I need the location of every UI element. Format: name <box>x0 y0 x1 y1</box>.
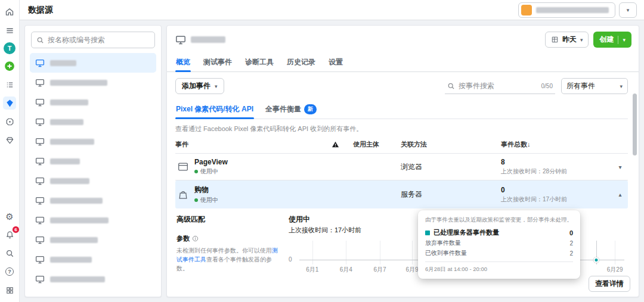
tooltip-note: 由于事件去重以及近期政策和监管变更，部分事件未处理。 <box>425 216 573 224</box>
datasource-item[interactable] <box>30 73 156 92</box>
info-icon[interactable] <box>192 235 199 242</box>
scrollbar-thumb[interactable] <box>633 94 637 155</box>
account-dropdown-button[interactable]: ▾ <box>619 2 637 18</box>
tooltip-footer: 6月28日 at 14:00 - 20:00 <box>425 261 573 273</box>
page-title: 数据源 <box>28 5 53 15</box>
topbar: 数据源 ▾ <box>20 0 644 20</box>
x-tick-label: 6月29 <box>607 266 623 274</box>
warning-icon <box>332 141 339 148</box>
datasource-item[interactable] <box>30 151 156 171</box>
monitor-icon <box>35 79 45 87</box>
active-dot-icon <box>194 198 198 202</box>
event-filter-select[interactable]: 所有事件 ▾ <box>561 78 628 94</box>
search-icon[interactable] <box>3 247 16 260</box>
create-plus-icon[interactable] <box>3 60 16 73</box>
settings-gear-icon[interactable]: ⚙ <box>3 210 16 223</box>
gem-icon[interactable] <box>3 133 16 147</box>
tab-history[interactable]: 历史记录 <box>286 52 316 71</box>
search-icon-glyph <box>5 249 14 258</box>
last-received: 上次接收时间：28分钟前 <box>501 167 612 176</box>
subtab-all-events[interactable]: 全事件衡量 新 <box>265 100 317 119</box>
new-badge: 新 <box>304 104 317 114</box>
tab-diagnostics[interactable]: 诊断工具 <box>244 52 274 71</box>
toolbar-right: 0/50 所有事件 ▾ <box>445 78 628 94</box>
event-search-input[interactable] <box>459 82 538 90</box>
create-button[interactable]: 创建 ▾ <box>593 32 631 48</box>
event-status-label: 使用中 <box>200 196 218 204</box>
tab-test-events[interactable]: 测试事件 <box>203 52 233 71</box>
params-note: 未检测到任何事件参数。你可以使用测试事件工具查看各个事件触发器的参数。 <box>177 246 281 273</box>
monitor-icon <box>35 236 45 244</box>
subtab-pixel-label: Pixel 像素代码/转化 API <box>176 104 253 114</box>
datasource-item[interactable] <box>30 250 156 269</box>
date-range-selector[interactable]: 昨天 ▾ <box>545 32 589 48</box>
datasource-item[interactable] <box>30 92 156 112</box>
notifications-bell-icon[interactable]: 6 <box>3 228 16 241</box>
datasource-item[interactable] <box>30 171 156 191</box>
datasource-item[interactable] <box>30 112 156 132</box>
advanced-matching-title: 高级匹配 <box>177 214 281 225</box>
datasource-item[interactable] <box>30 53 156 73</box>
event-name: PageView <box>194 158 228 166</box>
vertical-scrollbar[interactable] <box>633 94 637 289</box>
gear-glyph: ⚙ <box>5 212 13 221</box>
apps-grid-icon[interactable] <box>3 284 16 297</box>
col-entity[interactable]: 使用主体 <box>353 140 401 149</box>
menu-icon-glyph <box>5 26 14 35</box>
datasource-item[interactable] <box>30 269 156 289</box>
account-icon <box>521 5 532 15</box>
events-manager-icon-glyph <box>5 99 14 108</box>
datasource-search-input[interactable] <box>48 36 150 44</box>
expand-chevron-down-icon[interactable]: ▾ <box>612 164 628 170</box>
home-icon-glyph <box>5 7 14 17</box>
tooltip-row-value: 2 <box>569 250 573 257</box>
add-event-label: 添加事件 <box>182 81 210 91</box>
tasks-list-icon[interactable] <box>3 78 16 91</box>
main-panel: 昨天 ▾ 创建 ▾ 概览 测试事件 诊断工具 历史记录 设置 <box>166 25 639 297</box>
help-icon[interactable]: ? <box>3 265 16 278</box>
datasource-item[interactable] <box>30 210 156 230</box>
col-event[interactable]: 事件 <box>175 140 332 149</box>
datasource-item[interactable] <box>30 230 156 250</box>
events-manager-icon[interactable] <box>3 96 16 110</box>
account-selector[interactable] <box>518 2 615 18</box>
col-method[interactable]: 关联方法 <box>401 140 501 149</box>
data-point-marker[interactable] <box>593 257 599 263</box>
monitor-icon <box>175 35 186 45</box>
monitor-icon <box>35 256 45 264</box>
note-prefix: 未检测到任何事件参数。你可以使用 <box>177 247 272 254</box>
tab-overview[interactable]: 概览 <box>175 52 191 71</box>
subtab-all-events-label: 全事件衡量 <box>265 104 301 114</box>
legend-square-icon <box>425 231 430 235</box>
chevron-down-icon: ▾ <box>627 7 630 13</box>
tooltip-row-label: 放弃事件数量 <box>425 239 461 247</box>
total-cell: 8 上次接收时间：28分钟前 <box>501 158 612 176</box>
redacted-text <box>50 158 80 164</box>
collapse-chevron-up-icon[interactable]: ▴ <box>612 191 628 198</box>
avatar[interactable]: T <box>4 42 16 54</box>
x-tick-label: 6月7 <box>374 266 386 274</box>
event-row-purchase[interactable]: 购物 使用中 服务器 0 上次接收时间：17小时前 ▴ <box>175 180 628 208</box>
tab-settings[interactable]: 设置 <box>328 52 343 71</box>
col-total[interactable]: 事件总数↓ <box>501 140 612 149</box>
event-name-block: PageView 使用中 <box>194 158 228 176</box>
datasource-item[interactable] <box>30 132 156 151</box>
gridline <box>312 241 313 264</box>
redacted-text <box>50 198 103 204</box>
search-icon <box>447 82 455 90</box>
subtab-pixel-capi[interactable]: Pixel 像素代码/转化 API <box>175 100 254 119</box>
tooltip-row-label: 已处理服务器事件数量 <box>434 228 499 237</box>
chevron-down-icon: ▾ <box>580 37 583 43</box>
home-icon[interactable] <box>3 5 16 18</box>
view-details-button[interactable]: 查看详情 <box>589 276 630 292</box>
octagon-star-icon[interactable] <box>3 115 16 128</box>
redacted-pixel-name <box>191 36 225 43</box>
monitor-icon <box>35 197 45 205</box>
redacted-text <box>50 217 109 223</box>
add-event-button[interactable]: 添加事件 ▾ <box>175 78 224 94</box>
menu-icon[interactable] <box>3 24 16 37</box>
datasource-item[interactable] <box>30 191 156 210</box>
event-row-pageview[interactable]: PageView 使用中 浏览器 8 上次接收时间：28分钟前 ▾ <box>175 154 628 180</box>
event-filter-value: 所有事件 <box>566 81 595 91</box>
redacted-text <box>50 99 88 105</box>
